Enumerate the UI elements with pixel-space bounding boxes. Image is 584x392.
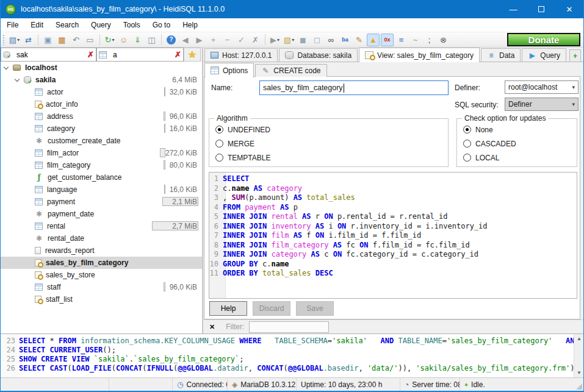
scroll-down-icon[interactable]: ▼ [574, 368, 584, 377]
print-icon[interactable]: ▭ [84, 34, 96, 46]
help-button[interactable]: Help [209, 301, 247, 316]
highlight-errors-icon[interactable]: ▲ [367, 34, 380, 46]
minimize-button[interactable]: — [499, 0, 527, 18]
tab-view-sales-by-film-category[interactable]: View: sales_by_film_category [359, 48, 480, 62]
clear-filter-icon[interactable]: ✗ [87, 50, 94, 59]
semicolon-icon[interactable]: ; [423, 34, 436, 46]
tab-data[interactable]: ≡Data [481, 48, 521, 62]
tree-item-sales-by-store[interactable]: sales_by_store [1, 269, 202, 281]
paste-icon[interactable]: ▦ [56, 34, 68, 46]
tree-item-rental[interactable]: rental2,7 MiB [1, 220, 202, 232]
tree-item-film-category[interactable]: film_category80,0 KiB [1, 159, 202, 171]
tree-item-sakila[interactable]: sakila6,4 MiB [1, 74, 202, 86]
tree-item-staff[interactable]: staff96,0 KiB [1, 281, 202, 293]
radio-option-cascaded[interactable]: CASCADED [457, 137, 577, 151]
save-snippet-glyph: ◫ [148, 36, 155, 44]
tab-host-127-0-0-1[interactable]: Host: 127.0.0.1 [204, 48, 278, 62]
tree-item-rental-date[interactable]: ✱rental_date [1, 232, 202, 244]
tree-item-film-actor[interactable]: film_actor272,0 KiB [1, 147, 202, 159]
expand-chevron-icon[interactable] [15, 76, 20, 81]
sql-security-combobox[interactable]: Definer ▾ [505, 98, 579, 111]
table-filter-input[interactable]: a ✗ [96, 48, 184, 62]
scroll-up-icon[interactable]: ▲ [574, 334, 584, 343]
indent-icon[interactable]: ≡ [395, 34, 408, 46]
favorites-star-icon[interactable]: ★ [184, 48, 201, 62]
session-manager-icon[interactable]: ▤▾ [8, 34, 21, 46]
tree-item-actor-info[interactable]: actor_info [1, 98, 202, 110]
radio-option-none[interactable]: None [457, 123, 577, 137]
user-manager-icon[interactable]: ☺ [117, 34, 130, 46]
save-button[interactable]: Save [296, 301, 334, 316]
sql-log-panel[interactable]: 23SELECT * FROM information_schema.KEY_C… [1, 333, 575, 377]
bind-params-icon[interactable]: ~ [409, 34, 422, 46]
tab-create-code[interactable]: ✎CREATE code [255, 64, 326, 77]
menu-go-to[interactable]: Go to [146, 18, 176, 32]
save-snippet-icon[interactable]: ◫ [145, 34, 158, 46]
tree-item-language[interactable]: language16,0 KiB [1, 184, 202, 196]
go-last-icon[interactable]: ▶ [193, 34, 206, 46]
disconnect-icon[interactable]: ⇄ [22, 34, 35, 46]
radio-option-temptable[interactable]: TEMPTABLE [209, 151, 448, 165]
go-first-icon[interactable]: ◀ [179, 34, 192, 46]
stop-query-icon[interactable]: ⊗ [437, 34, 450, 46]
menu-query[interactable]: Query [85, 18, 117, 32]
expand-chevron-icon[interactable] [4, 64, 9, 69]
copy-icon[interactable]: ▣ [41, 34, 54, 46]
log-scrollbar[interactable]: ▲ ▼ [574, 333, 583, 377]
tree-item-address[interactable]: address96,0 KiB [1, 110, 202, 123]
resize-grip[interactable] [576, 383, 582, 390]
toolbar-separator [161, 34, 162, 45]
tree-item-payment[interactable]: payment2,1 MiB [1, 196, 202, 208]
definer-combobox[interactable]: root@localhost ▾ [505, 80, 579, 94]
run-sql-icon[interactable]: ▶▾ [269, 34, 281, 46]
menu-search[interactable]: Search [49, 18, 85, 32]
menu-file[interactable]: File [1, 18, 24, 32]
row-delete-icon[interactable]: − [221, 34, 234, 46]
menu-edit[interactable]: Edit [24, 18, 49, 32]
tree-item-payment-date[interactable]: ✱payment_date [1, 208, 202, 220]
row-insert-icon[interactable]: + [207, 34, 220, 46]
view-name-input[interactable]: sales_by_film_category [259, 80, 449, 95]
export-rows-icon[interactable]: ⇓ [131, 34, 144, 46]
tree-item-actor[interactable]: actor32,0 KiB [1, 86, 202, 98]
tab-database-sakila[interactable]: Database: sakila [279, 48, 358, 62]
tree-item-staff-list[interactable]: staff_list [1, 293, 202, 305]
beautify-sql-icon[interactable]: ✎ [353, 34, 366, 46]
radio-option-merge[interactable]: MERGE [209, 137, 448, 151]
tree-item-get-customer-balance[interactable]: ƒget_customer_balance [1, 171, 202, 184]
help-icon[interactable]: ? [165, 34, 178, 46]
add-tab-icon[interactable]: + [569, 49, 581, 62]
menu-help[interactable]: Help [176, 18, 204, 32]
close-button[interactable]: ✕ [555, 0, 583, 18]
tree-item-localhost[interactable]: localhost [1, 62, 202, 74]
sql-editor[interactable]: 1SELECT2c.name AS category3, SUM(p.amoun… [209, 172, 577, 299]
save-sql-as-icon[interactable]: ◻ [311, 34, 323, 46]
post-changes-icon[interactable]: ✓ [235, 34, 248, 46]
clear-filter-icon[interactable]: ✗ [175, 50, 181, 59]
tree-item-rewards-report[interactable]: rewards_report [1, 244, 202, 257]
donate-button[interactable]: Donate [507, 33, 580, 46]
radio-option-local[interactable]: LOCAL [457, 151, 577, 165]
refresh-icon[interactable]: ↻▾ [103, 34, 116, 46]
save-sql-icon[interactable]: ◼ [297, 34, 309, 46]
undo-icon[interactable]: ↶ [70, 34, 82, 46]
hex-view-icon[interactable]: 0x [381, 34, 394, 46]
tab-query[interactable]: ▶Query [522, 48, 566, 62]
load-sql-file-icon[interactable]: ▧▾ [283, 34, 295, 46]
radio-label: CASCADED [475, 140, 516, 148]
find-text-icon[interactable]: ∞ [325, 34, 337, 46]
size-label: 96,0 KiB [170, 283, 197, 291]
tree-item-sales-by-film-category[interactable]: sales_by_film_category [1, 257, 202, 269]
tree-item-customer-create-date[interactable]: ✱customer_create_date [1, 135, 202, 147]
radio-option-undefined[interactable]: UNDEFINED [209, 123, 448, 137]
database-filter-input[interactable]: sak ✗ [1, 48, 96, 62]
tree-item-category[interactable]: category16,0 KiB [1, 123, 202, 135]
maximize-button[interactable] [527, 0, 555, 18]
filter-input[interactable] [249, 321, 329, 333]
close-icon[interactable]: ✕ [209, 323, 215, 331]
replace-text-icon[interactable]: ba [339, 34, 351, 46]
tab-options[interactable]: Options [204, 63, 254, 77]
cancel-editing-icon[interactable]: ✗ [249, 34, 262, 46]
discard-button[interactable]: Discard [253, 301, 290, 316]
menu-tools[interactable]: Tools [117, 18, 146, 32]
